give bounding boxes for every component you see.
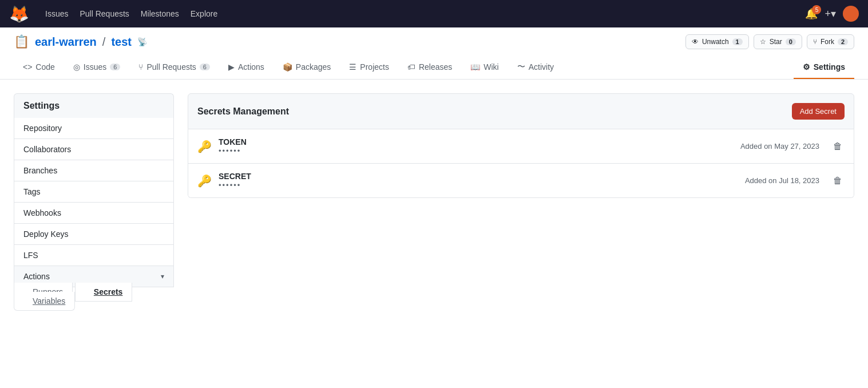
actions-icon: ▶	[228, 62, 235, 72]
secret-name-secret: SECRET	[219, 172, 745, 181]
eye-icon: 👁	[692, 38, 699, 46]
watch-count: 1	[732, 38, 743, 45]
repo-owner-link[interactable]: earl-warren	[35, 35, 97, 49]
secret-date-token: Added on May 27, 2023	[740, 142, 819, 151]
nav-explore[interactable]: Explore	[191, 9, 217, 18]
rss-icon[interactable]: 📡	[137, 37, 147, 46]
create-plus-button[interactable]: +▾	[825, 7, 836, 20]
tab-activity-label: Activity	[529, 62, 554, 72]
nav-issues[interactable]: Issues	[45, 9, 68, 18]
add-secret-button[interactable]: Add Secret	[792, 103, 845, 120]
secret-name-token: TOKEN	[219, 137, 740, 147]
repo-header: 📋 earl-warren / test 📡 👁 Unwatch 1 ☆ Sta…	[0, 27, 868, 80]
repo-separator: /	[102, 35, 106, 49]
sidebar-item-collaborators[interactable]: Collaborators	[14, 139, 174, 160]
notification-badge: 5	[812, 5, 821, 14]
sidebar: Settings Repository Collaborators Branch…	[14, 93, 174, 306]
secret-row-token: 🔑 TOKEN •••••• Added on May 27, 2023 🗑	[188, 129, 854, 164]
secret-mask-token: ••••••	[219, 147, 740, 155]
tab-pr-label: Pull Requests	[146, 62, 196, 72]
repo-name-link[interactable]: test	[111, 35, 132, 49]
notifications-button[interactable]: 🔔 5	[805, 7, 818, 20]
tab-projects-label: Projects	[360, 62, 389, 72]
delete-secret-button[interactable]: 🗑	[831, 173, 845, 188]
activity-icon: 〜	[517, 62, 525, 72]
sidebar-sub-variables[interactable]: Variables	[14, 292, 75, 311]
sidebar-item-repository[interactable]: Repository	[14, 118, 174, 139]
tab-wiki[interactable]: 📖 Wiki	[461, 56, 508, 79]
sidebar-item-branches[interactable]: Branches	[14, 160, 174, 181]
repo-actions: 👁 Unwatch 1 ☆ Star 0 ⑂ Fork 2	[685, 34, 854, 49]
wiki-icon: 📖	[470, 62, 480, 72]
secret-date-secret: Added on Jul 18, 2023	[745, 176, 819, 185]
top-nav: 🦊 Issues Pull Requests Milestones Explor…	[0, 0, 868, 27]
top-nav-right: 🔔 5 +▾	[805, 6, 859, 22]
app-logo: 🦊	[9, 5, 29, 23]
tab-wiki-label: Wiki	[483, 62, 498, 72]
nav-pull-requests[interactable]: Pull Requests	[80, 9, 129, 18]
delete-token-button[interactable]: 🗑	[831, 139, 845, 154]
unwatch-label: Unwatch	[702, 38, 729, 46]
content: Secrets Management Add Secret 🔑 TOKEN ••…	[188, 93, 854, 306]
star-icon: ☆	[760, 38, 766, 46]
settings-icon: ⚙	[803, 62, 810, 72]
fork-label: Fork	[821, 38, 834, 46]
releases-icon: 🏷	[407, 62, 415, 72]
chevron-down-icon: ▾	[161, 272, 164, 280]
repo-title-row: 📋 earl-warren / test 📡 👁 Unwatch 1 ☆ Sta…	[14, 34, 854, 49]
tab-issues-label: Issues	[84, 62, 106, 72]
key-icon-secret: 🔑	[197, 174, 212, 188]
tab-code[interactable]: <> Code	[14, 56, 64, 79]
avatar[interactable]	[843, 6, 859, 22]
tab-code-label: Code	[35, 62, 54, 72]
tab-issues[interactable]: ◎ Issues 6	[64, 56, 130, 79]
unwatch-button[interactable]: 👁 Unwatch 1	[685, 34, 749, 49]
projects-icon: ☰	[349, 62, 356, 72]
sidebar-item-webhooks[interactable]: Webhooks	[14, 203, 174, 224]
tab-projects[interactable]: ☰ Projects	[340, 56, 398, 79]
packages-icon: 📦	[283, 62, 292, 72]
secret-mask-secret: ••••••	[219, 181, 745, 189]
code-icon: <>	[23, 62, 32, 72]
tab-releases[interactable]: 🏷 Releases	[398, 56, 461, 79]
nav-milestones[interactable]: Milestones	[141, 9, 179, 18]
tab-actions-label: Actions	[238, 62, 264, 72]
sidebar-item-deploy-keys[interactable]: Deploy Keys	[14, 224, 174, 245]
main-layout: Settings Repository Collaborators Branch…	[0, 80, 868, 319]
sidebar-item-tags[interactable]: Tags	[14, 181, 174, 203]
pr-badge: 6	[200, 64, 210, 70]
tab-activity[interactable]: 〜 Activity	[508, 56, 563, 79]
secrets-list: 🔑 TOKEN •••••• Added on May 27, 2023 🗑 🔑…	[188, 129, 854, 198]
tab-actions[interactable]: ▶ Actions	[219, 56, 274, 79]
star-label: Star	[770, 38, 782, 46]
repo-icon: 📋	[14, 34, 29, 49]
sidebar-item-lfs[interactable]: LFS	[14, 245, 174, 266]
fork-icon: ⑂	[813, 38, 817, 46]
fork-count: 2	[838, 38, 848, 45]
sidebar-sub-secrets[interactable]: Secrets	[75, 283, 133, 302]
star-button[interactable]: ☆ Star 0	[754, 34, 802, 49]
star-count: 0	[786, 38, 796, 45]
key-icon-token: 🔑	[197, 140, 212, 153]
tab-packages[interactable]: 📦 Packages	[274, 56, 340, 79]
secret-info-secret: SECRET ••••••	[219, 172, 745, 189]
secret-row-right-secret: Added on Jul 18, 2023 🗑	[745, 173, 845, 188]
secrets-management-header: Secrets Management Add Secret	[188, 93, 854, 129]
issues-badge: 6	[110, 64, 120, 70]
issues-icon: ◎	[73, 62, 80, 72]
tab-settings-label: Settings	[814, 62, 845, 72]
secret-row-right-token: Added on May 27, 2023 🗑	[740, 139, 845, 154]
repo-title: 📋 earl-warren / test 📡	[14, 34, 147, 49]
secrets-management-title: Secrets Management	[197, 106, 289, 117]
fork-button[interactable]: ⑂ Fork 2	[807, 34, 854, 49]
repo-tabs: <> Code ◎ Issues 6 ⑂ Pull Requests 6 ▶ A…	[14, 56, 854, 79]
tab-packages-label: Packages	[296, 62, 331, 72]
tab-releases-label: Releases	[419, 62, 452, 72]
tab-pull-requests[interactable]: ⑂ Pull Requests 6	[129, 56, 219, 79]
secret-info-token: TOKEN ••••••	[219, 137, 740, 155]
tab-settings[interactable]: ⚙ Settings	[794, 56, 854, 79]
pr-icon: ⑂	[138, 62, 143, 72]
sidebar-title: Settings	[14, 93, 174, 118]
secret-row-secret: 🔑 SECRET •••••• Added on Jul 18, 2023 🗑	[188, 164, 854, 197]
sidebar-actions-label: Actions	[23, 272, 50, 281]
